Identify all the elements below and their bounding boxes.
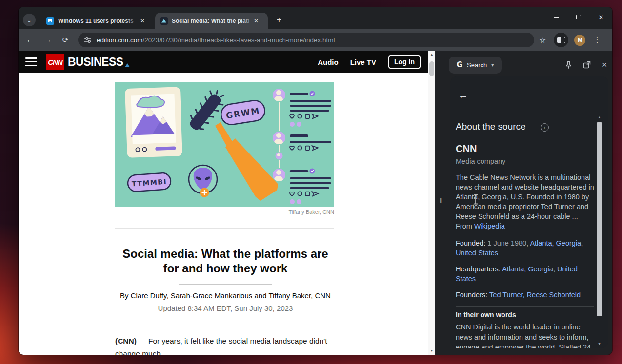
lead-source-tag: (CNN) bbox=[115, 337, 137, 345]
back-arrow-icon[interactable]: ← bbox=[458, 89, 468, 101]
url-path: /2023/07/30/media/threads-likes-faves-an… bbox=[143, 37, 335, 44]
article-title: Social media: What the platforms are for… bbox=[115, 247, 336, 276]
window-controls: ✕ bbox=[545, 7, 612, 27]
content-area: CNN BUSINESS Audio Live TV Log In bbox=[19, 51, 612, 355]
url-bar[interactable]: edition.cnn.com/2023/07/30/media/threads… bbox=[78, 33, 534, 47]
byline-sep: , bbox=[166, 291, 170, 300]
updated-timestamp: Updated 8:34 AM EDT, Sun July 30, 2023 bbox=[115, 304, 336, 312]
lead-text: — For years, it felt like the social med… bbox=[115, 337, 327, 355]
browser-menu-button[interactable]: ⋮ bbox=[591, 36, 603, 44]
source-name: CNN bbox=[456, 143, 477, 154]
nav-audio-link[interactable]: Audio bbox=[318, 58, 339, 66]
fact-founders: Founders: Ted Turner, Reese Schonfeld bbox=[456, 290, 594, 300]
divider bbox=[456, 306, 594, 307]
text-cursor bbox=[473, 194, 479, 205]
side-panel-icon bbox=[557, 37, 565, 43]
source-type: Media company bbox=[456, 157, 505, 165]
login-button[interactable]: Log In bbox=[388, 55, 421, 69]
article: TTMMBI bbox=[115, 82, 336, 355]
image-caption: Tiffany Baker, CNN bbox=[115, 209, 334, 215]
author-link-sarah-grace-mankarious[interactable]: Sarah-Grace Mankarious bbox=[171, 291, 253, 300]
cnn-webpage: CNN BUSINESS Audio Live TV Log In bbox=[19, 51, 435, 355]
panel-header-icons: ✕ bbox=[565, 61, 607, 69]
page-scrollbar-thumb[interactable] bbox=[429, 61, 434, 76]
search-selector-label: Search bbox=[467, 61, 487, 69]
fact-value: 1 June 1980, bbox=[485, 239, 530, 247]
own-words-text: CNN Digital is the world leader in onlin… bbox=[456, 322, 593, 348]
forward-button[interactable]: → bbox=[41, 33, 55, 47]
minimize-icon bbox=[554, 17, 559, 18]
browser-toolbar: ← → ⟳ edition.cnn.com/2023/07/30/media/t… bbox=[19, 29, 612, 51]
scroll-up-arrow[interactable]: ▲ bbox=[428, 51, 435, 57]
new-tab-button[interactable]: + bbox=[273, 14, 285, 26]
headline-rule bbox=[179, 284, 272, 285]
article-illustration: TTMMBI bbox=[115, 82, 334, 207]
back-button[interactable]: ← bbox=[23, 33, 37, 47]
ttmmbi-sticker: TTMMBI bbox=[127, 172, 171, 192]
minimize-button[interactable] bbox=[545, 7, 567, 27]
fact-founded: Founded: 1 June 1980, Atlanta, Georgia, … bbox=[456, 238, 594, 258]
byline-prefix: By bbox=[120, 291, 131, 300]
open-in-new-icon[interactable] bbox=[583, 61, 591, 69]
tab-search-button[interactable]: ⌄ bbox=[23, 14, 36, 26]
search-side-panel: ‖ G Search ▾ ✕ bbox=[435, 51, 612, 355]
site-settings-icon[interactable] bbox=[84, 36, 92, 44]
cnn-site-header: CNN BUSINESS Audio Live TV Log In bbox=[19, 51, 428, 73]
tab-strip: ⌄ Windows 11 users protests as M ✕ Socia… bbox=[19, 7, 612, 29]
card-scrollbar[interactable]: ▲ ▼ bbox=[596, 115, 602, 348]
tab-windows11-article[interactable]: Windows 11 users protests as M ✕ bbox=[41, 13, 152, 29]
tab-fade bbox=[241, 13, 254, 29]
brand-triangle-icon bbox=[125, 63, 130, 67]
reload-button[interactable]: ⟳ bbox=[59, 33, 72, 47]
business-brand[interactable]: BUSINESS bbox=[68, 56, 123, 69]
polaroid-photo bbox=[125, 87, 182, 158]
url-domain: edition.cnn.com bbox=[97, 37, 143, 44]
fact-label: Founded: bbox=[456, 239, 485, 247]
tab-title: Windows 11 users protests as M bbox=[58, 18, 135, 24]
google-search-selector[interactable]: G Search ▾ bbox=[449, 57, 502, 74]
byline-sep: and bbox=[252, 291, 268, 300]
tab-title: Social media: What the platfor bbox=[172, 18, 249, 24]
google-g-icon: G bbox=[457, 60, 462, 69]
about-source-card: ← About the source i CNN Media company T… bbox=[450, 76, 608, 348]
info-icon[interactable]: i bbox=[541, 123, 549, 132]
profile-avatar[interactable]: M bbox=[574, 35, 585, 46]
maximize-icon bbox=[576, 15, 581, 19]
side-panel-header: G Search ▾ ✕ bbox=[449, 56, 607, 74]
chevron-down-icon: ▾ bbox=[491, 62, 494, 68]
bookmark-star-icon[interactable]: ☆ bbox=[539, 36, 546, 45]
desktop-wallpaper: ⌄ Windows 11 users protests as M ✕ Socia… bbox=[0, 0, 622, 364]
own-words-heading: In their own words bbox=[456, 311, 516, 319]
close-panel-icon[interactable]: ✕ bbox=[602, 61, 607, 69]
scroll-down-arrow[interactable]: ▼ bbox=[596, 342, 602, 345]
pin-icon[interactable] bbox=[565, 61, 572, 69]
article-lead-paragraph: (CNN) — For years, it felt like the soci… bbox=[115, 335, 336, 355]
divider bbox=[115, 228, 334, 229]
byline: By Clare Duffy, Sarah-Grace Mankarious a… bbox=[115, 291, 336, 300]
fact-label: Headquarters: bbox=[456, 265, 501, 273]
from-prefix: From bbox=[456, 222, 474, 230]
byline-rest: Tiffany Baker, CNN bbox=[268, 291, 331, 300]
close-window-button[interactable]: ✕ bbox=[590, 7, 612, 27]
side-panel-toggle-button[interactable] bbox=[554, 33, 568, 47]
tab-close-button[interactable]: ✕ bbox=[138, 17, 147, 25]
author-link-clare-duffy[interactable]: Clare Duffy bbox=[131, 291, 167, 300]
browser-window: ⌄ Windows 11 users protests as M ✕ Socia… bbox=[19, 7, 612, 355]
panel-resize-handle[interactable]: ‖ bbox=[440, 197, 442, 204]
tab-favicon bbox=[46, 17, 54, 25]
cnn-logo[interactable]: CNN bbox=[46, 54, 64, 70]
page-scrollbar[interactable]: ▲ ▼ bbox=[428, 51, 435, 355]
nav-live-tv-link[interactable]: Live TV bbox=[350, 58, 376, 66]
cnn-nav: Audio Live TV Log In bbox=[318, 55, 421, 69]
maximize-button[interactable] bbox=[567, 7, 590, 27]
scroll-down-arrow[interactable]: ▼ bbox=[428, 347, 435, 354]
hamburger-menu-icon[interactable] bbox=[25, 57, 37, 66]
card-scrollbar-thumb[interactable] bbox=[597, 122, 602, 316]
fact-links[interactable]: Ted Turner, Reese Schonfeld bbox=[489, 291, 581, 299]
tab-social-media-article[interactable]: Social media: What the platfor ✕ bbox=[155, 13, 268, 29]
chevron-down-icon: ⌄ bbox=[27, 17, 32, 24]
about-source-heading: About the source bbox=[456, 121, 526, 132]
wikipedia-link[interactable]: Wikipedia bbox=[474, 222, 505, 230]
tab-fade bbox=[125, 13, 138, 29]
scroll-up-arrow[interactable]: ▲ bbox=[596, 115, 602, 119]
